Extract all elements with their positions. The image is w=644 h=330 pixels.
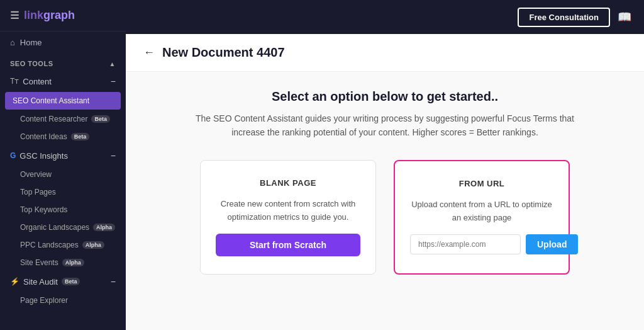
sidebar-item-overview[interactable]: Overview [0, 166, 126, 183]
book-icon[interactable]: 📖 [618, 10, 631, 24]
google-icon: G [10, 151, 16, 160]
site-audit-icon: ⚡ [10, 277, 19, 286]
main-content: Free Consultation 📖 ← New Document 4407 … [126, 0, 644, 330]
seo-content-assistant-label: SEO Content Assistant [13, 96, 89, 105]
url-input-row: Upload [410, 234, 553, 254]
sidebar-item-seo-content-assistant[interactable]: SEO Content Assistant [5, 92, 121, 110]
ppc-landscapes-badge: Alpha [82, 241, 104, 249]
sidebar-item-content-researcher[interactable]: Content Researcher Beta [0, 110, 126, 128]
content-icon: Tᴛ [10, 77, 19, 86]
organic-landscapes-label: Organic Landscapes [20, 223, 89, 232]
gsc-group-label: GSC Insights [19, 151, 68, 161]
site-events-badge: Alpha [62, 259, 84, 266]
seo-tools-section: SEO TOOLS ▲ [0, 54, 126, 71]
minus-icon: − [111, 76, 116, 86]
topbar: Free Consultation 📖 [126, 0, 644, 34]
ppc-landscapes-label: PPC Landscapes [20, 241, 79, 249]
chevron-up-icon: ▲ [109, 60, 116, 67]
content-researcher-label: Content Researcher [20, 115, 87, 123]
logo[interactable]: ☰ linkgraph [0, 0, 126, 31]
top-pages-label: Top Pages [20, 188, 56, 196]
from-url-card: FROM URL Upload content from a URL to op… [394, 160, 570, 275]
menu-icon[interactable]: ☰ [10, 9, 19, 21]
sidebar-item-organic-landscapes[interactable]: Organic Landscapes Alpha [0, 219, 126, 236]
logo-text: linkgraph [24, 9, 75, 22]
site-events-label: Site Events [20, 258, 58, 267]
options-row: BLANK PAGE Create new content from scrat… [151, 160, 619, 275]
sidebar-item-home[interactable]: ⌂ Home [0, 31, 126, 54]
sidebar-item-content-ideas[interactable]: Content Ideas Beta [0, 128, 126, 145]
sidebar: ☰ linkgraph ⌂ Home SEO TOOLS ▲ Tᴛ Conten… [0, 0, 126, 330]
url-input[interactable] [410, 234, 521, 254]
start-from-scratch-button[interactable]: Start from Scratch [216, 234, 360, 256]
content-ideas-label: Content Ideas [20, 132, 67, 141]
blank-page-card: BLANK PAGE Create new content from scrat… [200, 160, 376, 275]
sidebar-home-label: Home [20, 38, 42, 47]
top-keywords-label: Top Keywords [20, 205, 67, 214]
gsc-insights-group-header[interactable]: G GSC Insights − [0, 145, 126, 166]
gsc-minus-icon: − [111, 151, 116, 161]
page-title: New Document 4407 [162, 45, 285, 60]
back-button[interactable]: ← [143, 46, 155, 59]
from-url-desc: Upload content from a URL to optimize an… [410, 198, 553, 225]
free-consultation-button[interactable]: Free Consultation [518, 8, 610, 27]
logo-graph: graph [43, 9, 75, 21]
overview-label: Overview [20, 170, 52, 179]
page-explorer-label: Page Explorer [20, 296, 68, 305]
blank-page-desc: Create new content from scratch with opt… [216, 198, 360, 224]
upload-button[interactable]: Upload [526, 234, 578, 254]
sidebar-item-site-events[interactable]: Site Events Alpha [0, 254, 126, 271]
content-group-header[interactable]: Tᴛ Content − [0, 71, 126, 91]
site-audit-badge: Beta [62, 278, 80, 285]
sidebar-item-top-keywords[interactable]: Top Keywords [0, 201, 126, 219]
content-group-label: Content [23, 77, 52, 86]
organic-landscapes-badge: Alpha [93, 224, 115, 231]
content-ideas-badge: Beta [71, 133, 90, 140]
page-header: ← New Document 4407 [126, 34, 644, 72]
content-researcher-badge: Beta [91, 115, 110, 123]
site-audit-label: Site Audit [23, 277, 58, 287]
sidebar-item-page-explorer[interactable]: Page Explorer [0, 292, 126, 309]
content-area: Select an option below to get started.. … [126, 72, 644, 330]
content-subheading: The SEO Content Assistant guides your wr… [190, 111, 580, 140]
home-icon: ⌂ [10, 38, 15, 47]
seo-tools-label: SEO TOOLS [10, 60, 53, 67]
sidebar-item-top-pages[interactable]: Top Pages [0, 183, 126, 201]
sidebar-item-ppc-landscapes[interactable]: PPC Landscapes Alpha [0, 236, 126, 254]
content-heading: Select an option below to get started.. [151, 89, 619, 104]
site-audit-group-header[interactable]: ⚡ Site Audit Beta − [0, 271, 126, 292]
logo-link: link [24, 9, 43, 21]
from-url-title: FROM URL [459, 179, 505, 188]
site-audit-minus-icon: − [111, 276, 116, 287]
blank-page-title: BLANK PAGE [260, 178, 316, 188]
